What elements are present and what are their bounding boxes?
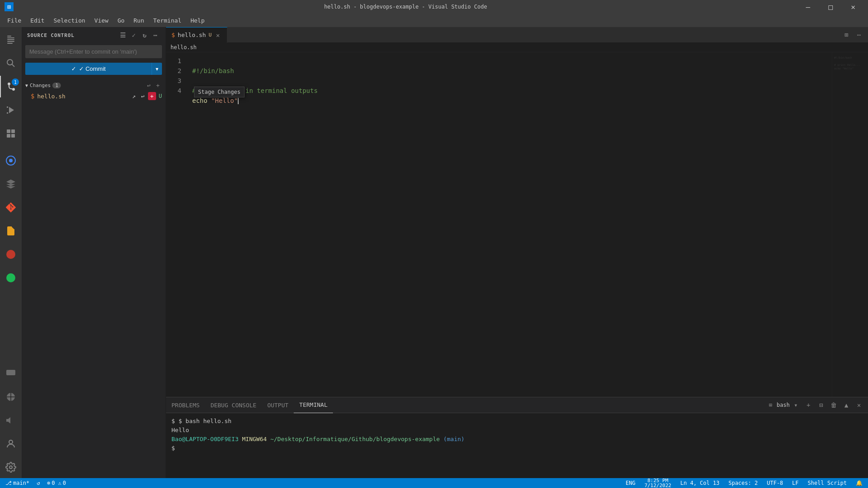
file-type-icon: $	[31, 92, 34, 100]
source-control-more-btn[interactable]: ⋯	[151, 31, 160, 40]
line-number-4: 4	[166, 86, 181, 96]
svg-rect-3	[7, 41, 14, 42]
terminal-add-btn[interactable]: +	[803, 400, 814, 410]
terminal-content[interactable]: $ $ bash hello.sh Hello Bao@LAPTOP-O0DF9…	[166, 413, 868, 478]
time-status: 8:25 PM 7/12/2022	[642, 478, 673, 488]
editor-tab-hello-sh[interactable]: $ hello.sh U ✕	[166, 27, 227, 43]
activity-icon-explorer[interactable]	[0, 29, 22, 51]
activity-icon-search[interactable]	[0, 52, 22, 74]
line-ending-label: LF	[792, 480, 799, 486]
file-item[interactable]: $ hello.sh ↗ ↩ + U	[22, 91, 166, 101]
menu-run[interactable]: Run	[130, 15, 148, 26]
changes-header-left: ▼ Changes 1	[25, 83, 61, 88]
discard-changes-btn[interactable]: ↩	[139, 92, 147, 100]
cursor-position-status[interactable]: Ln 4, Col 13	[679, 480, 721, 486]
line-1-content: #!/bin/bash	[192, 67, 234, 74]
indentation-status[interactable]: Spaces: 2	[727, 480, 760, 486]
commit-message-input[interactable]	[25, 45, 162, 58]
maximize-button[interactable]: □	[820, 0, 841, 14]
activity-icon-git[interactable]	[0, 197, 22, 218]
source-control-refresh-btn[interactable]: ↻	[140, 31, 149, 40]
menu-selection[interactable]: Selection	[50, 15, 89, 26]
settings-icon[interactable]	[0, 456, 22, 478]
split-editor-btn[interactable]: ⊞	[841, 29, 852, 40]
source-control-header: SOURCE CONTROL ☰ ✓ ↻ ⋯	[22, 27, 166, 43]
menu-go[interactable]: Go	[114, 15, 128, 26]
terminal-split-btn[interactable]: ⊟	[816, 400, 826, 410]
tab-close-btn[interactable]: ✕	[214, 32, 222, 39]
source-control-actions: ☰ ✓ ↻ ⋯	[119, 31, 160, 40]
title-bar-controls: – □ ✕	[798, 0, 863, 14]
activity-icon-chrome[interactable]	[0, 150, 22, 171]
menu-file[interactable]: File	[4, 15, 25, 26]
stage-changes-btn[interactable]: +	[148, 92, 156, 100]
activity-icon-remote[interactable]	[0, 363, 22, 384]
encoding-status[interactable]: UTF-8	[765, 480, 785, 486]
activity-bar: 1	[0, 27, 22, 478]
commit-check-icon: ✓	[71, 65, 76, 72]
activity-icon-spotify[interactable]	[0, 267, 22, 289]
git-branch-status[interactable]: ⎇ main*	[4, 480, 31, 486]
close-button[interactable]: ✕	[843, 0, 863, 14]
terminal-user: Bao@LAPTOP-O0DF9EI3	[171, 436, 239, 442]
terminal-path: ~/Desktop/Informatique/Github/blogdevops…	[270, 436, 440, 442]
minimize-button[interactable]: –	[798, 0, 818, 14]
activity-icon-source-control[interactable]: 1	[0, 76, 22, 97]
svg-point-5	[7, 60, 13, 65]
terminal-dropdown-btn[interactable]: ▾	[790, 400, 801, 410]
account-icon[interactable]	[0, 433, 22, 455]
warning-icon: ⚠	[58, 480, 61, 486]
tab-bar-right: ⊞ ⋯	[841, 29, 868, 40]
activity-icon-run[interactable]	[0, 99, 22, 121]
window-title: hello.sh - blogdevops-example - Visual S…	[14, 4, 798, 10]
file-actions: ↗ ↩ + U	[130, 92, 162, 100]
language-mode-status[interactable]: Shell Script	[806, 480, 849, 486]
sync-icon: ↺	[37, 480, 40, 486]
terminal-close-btn[interactable]: ✕	[854, 400, 864, 410]
stage-all-btn[interactable]: +	[154, 81, 162, 89]
source-control-badge: 1	[12, 78, 19, 86]
notifications-status[interactable]: 🔔	[854, 480, 864, 486]
tab-status: U	[208, 32, 212, 38]
discard-all-btn[interactable]: ↩	[145, 81, 153, 89]
terminal-maximize-btn[interactable]: ▲	[841, 400, 852, 410]
errors-warnings-status[interactable]: ⊗ 0 ⚠ 0	[45, 480, 68, 486]
svg-point-23	[9, 466, 12, 469]
breadcrumb: hello.sh	[166, 43, 868, 52]
activity-icon-extensions[interactable]	[0, 123, 22, 144]
terminal-trash-btn[interactable]: 🗑	[828, 400, 839, 410]
tab-terminal[interactable]: TERMINAL	[294, 397, 333, 413]
menu-view[interactable]: View	[91, 15, 112, 26]
open-file-btn[interactable]: ↗	[130, 92, 138, 100]
file-status: U	[159, 93, 162, 99]
activity-icon-mute[interactable]	[0, 410, 22, 431]
source-control-check-btn[interactable]: ✓	[129, 31, 139, 40]
activity-icon-docker[interactable]	[0, 244, 22, 265]
title-bar-left: ⊞	[5, 2, 14, 11]
activity-icon-live-share[interactable]	[0, 173, 22, 195]
terminal-output: Hello	[171, 427, 189, 433]
changes-actions: ↩ +	[145, 81, 162, 89]
activity-icon-files[interactable]	[0, 220, 22, 242]
commit-dropdown-button[interactable]: ▾	[152, 63, 162, 75]
sync-status[interactable]: ↺	[35, 480, 42, 486]
language-status[interactable]: ENG	[624, 480, 637, 486]
tab-output[interactable]: OUTPUT	[262, 397, 294, 413]
menu-help[interactable]: Help	[187, 15, 208, 26]
tab-problems[interactable]: PROBLEMS	[166, 397, 205, 413]
menu-bar: File Edit Selection View Go Run Terminal…	[0, 14, 868, 27]
tab-debug-console[interactable]: DEBUG CONSOLE	[205, 397, 262, 413]
code-editor[interactable]: #!/bin/bash # print Hello in terminal ou…	[189, 52, 832, 397]
source-control-list-view-btn[interactable]: ☰	[119, 31, 128, 40]
activity-icon-remote2[interactable]	[0, 386, 22, 408]
svg-line-6	[12, 64, 15, 67]
line-ending-status[interactable]: LF	[790, 480, 800, 486]
changes-header[interactable]: ▼ Changes 1 ↩ +	[22, 79, 166, 91]
tab-file-icon: $	[171, 32, 175, 38]
source-control-panel: SOURCE CONTROL ☰ ✓ ↻ ⋯ ✓ ✓ Commit ▾ ▼ Ch…	[22, 27, 166, 478]
commit-button[interactable]: ✓ ✓ Commit	[25, 63, 152, 75]
menu-edit[interactable]: Edit	[27, 15, 48, 26]
more-actions-btn[interactable]: ⋯	[854, 29, 864, 40]
menu-terminal[interactable]: Terminal	[150, 15, 185, 26]
svg-point-8	[12, 88, 15, 91]
